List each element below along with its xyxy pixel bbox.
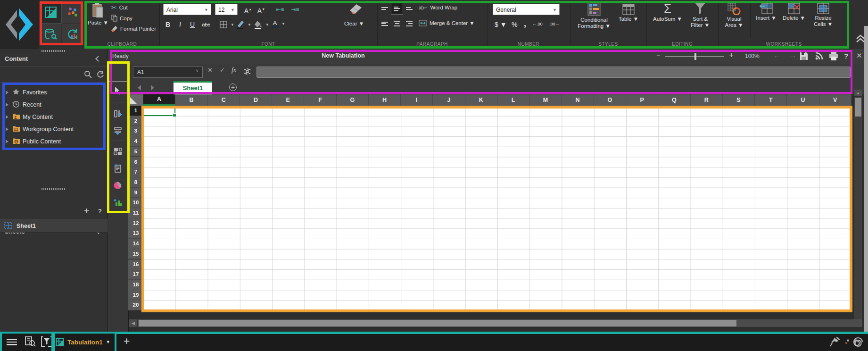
sheet-tab-sheet1[interactable]: Sheet1 — [174, 81, 212, 94]
column-header-E[interactable]: E — [272, 94, 304, 106]
module-tile-data[interactable] — [40, 24, 61, 45]
eraser-icon[interactable] — [348, 3, 363, 15]
confirm-entry-button[interactable]: ✓ — [220, 67, 225, 74]
formula-input[interactable] — [256, 67, 851, 78]
spreadsheet-grid[interactable] — [143, 106, 851, 310]
expand-arrow-icon[interactable] — [6, 103, 8, 107]
table-button[interactable]: Table ▼ — [615, 4, 642, 22]
clear-button[interactable]: Clear ▼ — [344, 21, 364, 26]
column-header-U[interactable]: U — [787, 94, 819, 106]
close-document-button[interactable]: ✕ — [856, 51, 862, 60]
column-header-H[interactable]: H — [369, 94, 401, 106]
column-header-S[interactable]: S — [723, 94, 755, 106]
sheets-help-button[interactable]: ? — [98, 208, 102, 215]
row-header-3[interactable]: 3 — [128, 126, 143, 136]
sort-filter-button[interactable]: Sort & Filter ▼ — [686, 2, 714, 28]
layout-tool-button[interactable] — [109, 144, 126, 159]
column-header-L[interactable]: L — [497, 94, 529, 106]
column-header-G[interactable]: G — [337, 94, 369, 106]
document-tab-tabulation1[interactable]: Tabulation1 ▼ — [56, 335, 110, 349]
insert-pie-chart-tool-button[interactable] — [109, 178, 126, 192]
row-header-8[interactable]: 8 — [128, 177, 143, 188]
vertical-scrollbar[interactable] — [854, 97, 862, 319]
border-pen-button[interactable]: ▼ — [236, 20, 251, 29]
cut-button[interactable]: ✂ Cut — [111, 4, 128, 11]
increase-decimal-button[interactable]: ←.00 — [532, 22, 543, 26]
expand-arrow-icon[interactable] — [6, 140, 8, 143]
merge-center-button[interactable]: Merge & Center ▼ — [419, 20, 475, 26]
row-header-5[interactable]: 5 — [128, 147, 143, 157]
column-header-R[interactable]: R — [691, 94, 723, 106]
zoom-slider-thumb[interactable] — [694, 53, 696, 60]
row-header-19[interactable]: 19 — [128, 290, 143, 301]
format-painter-button[interactable]: Format Painter — [111, 25, 156, 32]
font-color-button[interactable]: A ▼ — [272, 20, 285, 28]
column-header-A[interactable]: A — [143, 94, 175, 106]
row-header-10[interactable]: 10 — [128, 198, 143, 208]
row-header-11[interactable]: 11 — [128, 208, 143, 218]
horizontal-scrollbar-thumb[interactable] — [139, 320, 736, 326]
module-tile-explore[interactable] — [62, 1, 83, 23]
select-all-corner[interactable] — [128, 94, 143, 106]
row-header-2[interactable]: 2 — [128, 116, 143, 126]
module-tile-tabulation[interactable] — [40, 1, 61, 23]
underline-button[interactable]: U — [187, 19, 198, 30]
visual-area-button[interactable]: Visual Area ▼ — [721, 3, 747, 28]
paste-button[interactable]: Paste ▼ — [88, 3, 108, 26]
row-header-15[interactable]: 15 — [128, 249, 143, 259]
column-header-B[interactable]: B — [175, 94, 207, 106]
scroll-left-button[interactable]: ◀ — [129, 319, 137, 327]
refresh-icon[interactable] — [96, 70, 104, 78]
column-header-C[interactable]: C — [208, 94, 240, 106]
vertical-scrollbar-thumb[interactable] — [855, 98, 861, 117]
insert-row-tool-button[interactable] — [109, 124, 126, 138]
row-header-12[interactable]: 12 — [128, 218, 143, 229]
row-header-6[interactable]: 6 — [128, 157, 143, 167]
zoom-out-button[interactable]: − — [656, 51, 661, 59]
column-header-Q[interactable]: Q — [658, 94, 690, 106]
fill-color-button[interactable]: ▼ — [254, 20, 269, 29]
save-icon[interactable] — [800, 52, 808, 60]
undo-back-button[interactable]: ← — [773, 51, 781, 60]
row-header-13[interactable]: 13 — [128, 228, 143, 239]
content-item-recent[interactable]: Recent — [0, 99, 107, 111]
previous-sheet-button[interactable] — [138, 85, 141, 91]
bold-button[interactable]: B — [162, 19, 174, 30]
shrink-font-button[interactable]: A▼ — [256, 4, 267, 15]
scroll-up-button[interactable]: ▲ — [854, 90, 862, 96]
next-sheet-button[interactable] — [151, 85, 154, 91]
italic-button[interactable]: I — [174, 19, 186, 30]
currency-button[interactable]: $ ▼ — [495, 21, 507, 28]
function-library-icon[interactable] — [243, 67, 251, 75]
decrease-indent-button[interactable]: ⇤≡ — [274, 4, 286, 15]
cancel-entry-button[interactable]: ✕ — [207, 67, 213, 74]
horizontal-scrollbar[interactable] — [138, 319, 862, 327]
content-item-my-content[interactable]: My Content — [0, 111, 107, 123]
row-header-20[interactable]: 20 — [128, 300, 143, 310]
align-center-button[interactable] — [391, 18, 403, 29]
add-sheet-button[interactable]: + — [84, 206, 89, 216]
decrease-decimal-button[interactable]: .00→ — [549, 22, 560, 26]
column-header-I[interactable]: I — [401, 94, 433, 106]
row-header-4[interactable]: 4 — [128, 136, 143, 147]
help-button[interactable]: ? — [844, 52, 848, 60]
menu-button[interactable] — [7, 338, 17, 346]
row-header-14[interactable]: 14 — [128, 239, 143, 249]
font-size-select[interactable]: 12 ▼ — [215, 4, 238, 15]
column-header-O[interactable]: O — [594, 94, 626, 106]
content-item-workgroup-content[interactable]: Workgroup Content — [0, 123, 107, 135]
delete-button[interactable]: Delete ▼ — [781, 3, 807, 21]
row-header-9[interactable]: 9 — [128, 188, 143, 198]
selected-cell-a1[interactable] — [143, 106, 175, 116]
content-item-public-content[interactable]: Public Content — [0, 135, 107, 148]
align-top-button[interactable] — [379, 3, 390, 14]
insert-button[interactable]: Insert ▼ — [754, 3, 778, 21]
column-header-D[interactable]: D — [240, 94, 272, 106]
insert-report-tool-button[interactable] — [109, 161, 126, 176]
pin-icon[interactable] — [830, 337, 841, 347]
print-icon[interactable] — [829, 52, 838, 60]
insert-bar-chart-tool-button[interactable] — [109, 195, 126, 209]
expand-arrow-icon[interactable] — [6, 115, 8, 119]
autosum-button[interactable]: Σ AutoSum ▼ — [651, 1, 684, 22]
align-bottom-button[interactable] — [404, 3, 415, 14]
